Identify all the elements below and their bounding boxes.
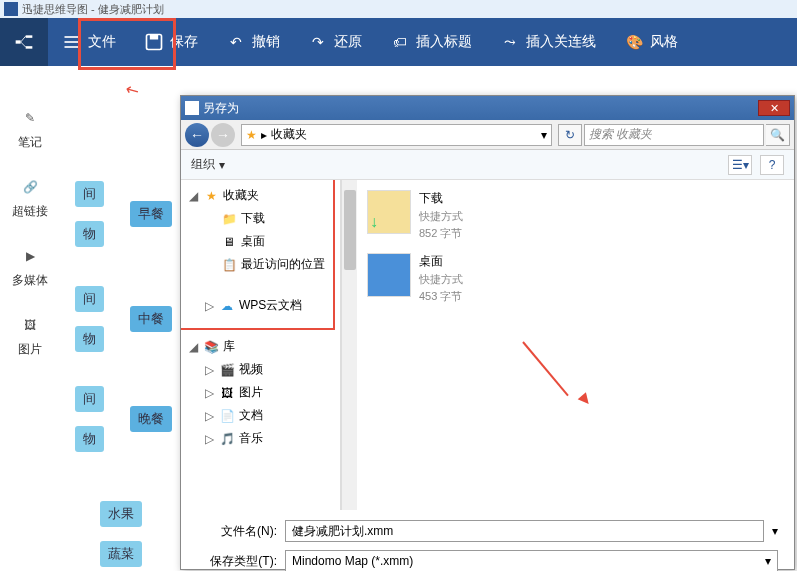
back-button[interactable]: ← bbox=[185, 123, 209, 147]
dialog-nav-bar: ← → ★ ▸ 收藏夹 ▾ ↻ 搜索 收藏夹 🔍 bbox=[181, 120, 794, 150]
node-things2[interactable]: 物 bbox=[75, 326, 104, 352]
filename-dropdown[interactable]: ▾ bbox=[772, 524, 778, 538]
library-icon: 📚 bbox=[203, 339, 219, 355]
item-name: 桌面 bbox=[419, 253, 463, 270]
content-panel[interactable]: ↓ 下载 快捷方式 852 字节 桌面 快捷方式 453 字节 bbox=[357, 180, 794, 510]
tree-recent[interactable]: 📋 最近访问的位置 bbox=[185, 253, 336, 276]
redo-button[interactable]: ↷ 还原 bbox=[294, 18, 376, 66]
node-things3[interactable]: 物 bbox=[75, 426, 104, 452]
expand-icon[interactable]: ▷ bbox=[205, 363, 215, 377]
node-dinner[interactable]: 晚餐 bbox=[130, 406, 172, 432]
tree-pictures[interactable]: ▷ 🖼 图片 bbox=[185, 381, 336, 404]
filename-input[interactable] bbox=[285, 520, 764, 542]
desktop-icon: 🖥 bbox=[221, 234, 237, 250]
mindmap-view-button[interactable] bbox=[0, 18, 48, 66]
hyperlink-label: 超链接 bbox=[12, 203, 48, 220]
save-as-dialog: 另存为 ✕ ← → ★ ▸ 收藏夹 ▾ ↻ 搜索 收藏夹 🔍 组织 ▾ ☰▾ ? bbox=[180, 95, 795, 570]
view-mode-button[interactable]: ☰▾ bbox=[728, 155, 752, 175]
tree-wps[interactable]: ▷ ☁ WPS云文档 bbox=[185, 294, 336, 317]
dialog-body: ◢ ★ 收藏夹 📁 下载 🖥 桌面 📋 最近访问的位置 ▷ ☁ WPS云文档 bbox=[181, 180, 794, 510]
refresh-button[interactable]: ↻ bbox=[558, 124, 582, 146]
mindmap-icon bbox=[14, 32, 34, 52]
sidebar-note[interactable]: ✎ 笔记 bbox=[18, 106, 42, 151]
recent-icon: 📋 bbox=[221, 257, 237, 273]
main-toolbar: 文件 保存 ↶ 撤销 ↷ 还原 🏷 插入标题 ⤳ 插入关连线 🎨 风格 bbox=[0, 18, 797, 66]
dialog-icon bbox=[185, 101, 199, 115]
video-icon: 🎬 bbox=[219, 362, 235, 378]
node-time2[interactable]: 间 bbox=[75, 286, 104, 312]
expand-icon[interactable]: ▷ bbox=[205, 386, 215, 400]
breadcrumb-sep: ▸ bbox=[261, 128, 267, 142]
image-label: 图片 bbox=[18, 341, 42, 358]
help-button[interactable]: ? bbox=[760, 155, 784, 175]
tree-label: 收藏夹 bbox=[223, 187, 259, 204]
content-item-desktop[interactable]: 桌面 快捷方式 453 字节 bbox=[367, 253, 784, 304]
scrollbar-thumb[interactable] bbox=[344, 190, 356, 270]
sidebar-multimedia[interactable]: ▶ 多媒体 bbox=[12, 244, 48, 289]
documents-icon: 📄 bbox=[219, 408, 235, 424]
tree-desktop[interactable]: 🖥 桌面 bbox=[185, 230, 336, 253]
search-button[interactable]: 🔍 bbox=[766, 124, 790, 146]
tree-music[interactable]: ▷ 🎵 音乐 bbox=[185, 427, 336, 450]
search-input[interactable]: 搜索 收藏夹 bbox=[584, 124, 764, 146]
style-button[interactable]: 🎨 风格 bbox=[610, 18, 692, 66]
filetype-select[interactable]: Mindomo Map (*.xmm) ▾ bbox=[285, 550, 778, 571]
file-button[interactable]: 文件 bbox=[48, 18, 130, 66]
folder-tree[interactable]: ◢ ★ 收藏夹 📁 下载 🖥 桌面 📋 最近访问的位置 ▷ ☁ WPS云文档 bbox=[181, 180, 341, 510]
collapse-icon[interactable]: ◢ bbox=[189, 340, 199, 354]
download-arrow-icon: ↓ bbox=[370, 213, 378, 231]
tree-label: 视频 bbox=[239, 361, 263, 378]
close-button[interactable]: ✕ bbox=[758, 100, 790, 116]
expand-icon[interactable]: ▷ bbox=[205, 409, 215, 423]
node-time1[interactable]: 间 bbox=[75, 181, 104, 207]
undo-button[interactable]: ↶ 撤销 bbox=[212, 18, 294, 66]
tree-favorites[interactable]: ◢ ★ 收藏夹 bbox=[185, 184, 336, 207]
save-button[interactable]: 保存 bbox=[130, 18, 212, 66]
undo-label: 撤销 bbox=[252, 33, 280, 51]
content-item-downloads[interactable]: ↓ 下载 快捷方式 852 字节 bbox=[367, 190, 784, 241]
node-lunch[interactable]: 中餐 bbox=[130, 306, 172, 332]
dialog-titlebar[interactable]: 另存为 ✕ bbox=[181, 96, 794, 120]
tree-downloads[interactable]: 📁 下载 bbox=[185, 207, 336, 230]
sidebar-hyperlink[interactable]: 🔗 超链接 bbox=[12, 175, 48, 220]
tree-documents[interactable]: ▷ 📄 文档 bbox=[185, 404, 336, 427]
svg-line-3 bbox=[21, 36, 26, 42]
node-breakfast[interactable]: 早餐 bbox=[130, 201, 172, 227]
expand-icon[interactable]: ▷ bbox=[205, 432, 215, 446]
filename-label: 文件名(N): bbox=[197, 523, 277, 540]
music-icon: 🎵 bbox=[219, 431, 235, 447]
tree-video[interactable]: ▷ 🎬 视频 bbox=[185, 358, 336, 381]
item-size: 453 字节 bbox=[419, 289, 463, 304]
tree-label: 桌面 bbox=[241, 233, 265, 250]
tree-scrollbar[interactable] bbox=[341, 180, 357, 510]
filetype-value: Mindomo Map (*.xmm) bbox=[292, 554, 413, 568]
insert-title-button[interactable]: 🏷 插入标题 bbox=[376, 18, 486, 66]
mindmap-canvas[interactable]: 间 物 早餐 间 物 中餐 间 物 晚餐 水果 蔬菜 bbox=[60, 66, 180, 571]
item-size: 852 字节 bbox=[419, 226, 463, 241]
insert-connector-button[interactable]: ⤳ 插入关连线 bbox=[486, 18, 610, 66]
connector-icon: ⤳ bbox=[500, 32, 520, 52]
forward-button[interactable]: → bbox=[211, 123, 235, 147]
link-icon: 🔗 bbox=[18, 175, 42, 199]
folder-icon: 📁 bbox=[221, 211, 237, 227]
collapse-icon[interactable]: ◢ bbox=[189, 189, 199, 203]
multimedia-label: 多媒体 bbox=[12, 272, 48, 289]
node-things1[interactable]: 物 bbox=[75, 221, 104, 247]
organize-button[interactable]: 组织 ▾ bbox=[191, 156, 225, 173]
sidebar-image[interactable]: 🖼 图片 bbox=[18, 313, 42, 358]
style-label: 风格 bbox=[650, 33, 678, 51]
node-time3[interactable]: 间 bbox=[75, 386, 104, 412]
item-name: 下载 bbox=[419, 190, 463, 207]
tree-library[interactable]: ◢ 📚 库 bbox=[185, 335, 336, 358]
node-fruit[interactable]: 水果 bbox=[100, 501, 142, 527]
node-vegetable[interactable]: 蔬菜 bbox=[100, 541, 142, 567]
item-type: 快捷方式 bbox=[419, 272, 463, 287]
expand-icon[interactable]: ▷ bbox=[205, 299, 215, 313]
svg-rect-1 bbox=[26, 35, 33, 38]
breadcrumb-dropdown[interactable]: ▾ bbox=[541, 128, 547, 142]
note-label: 笔记 bbox=[18, 134, 42, 151]
file-label: 文件 bbox=[88, 33, 116, 51]
insert-connector-label: 插入关连线 bbox=[526, 33, 596, 51]
breadcrumb-bar[interactable]: ★ ▸ 收藏夹 ▾ bbox=[241, 124, 552, 146]
svg-rect-0 bbox=[16, 40, 21, 43]
